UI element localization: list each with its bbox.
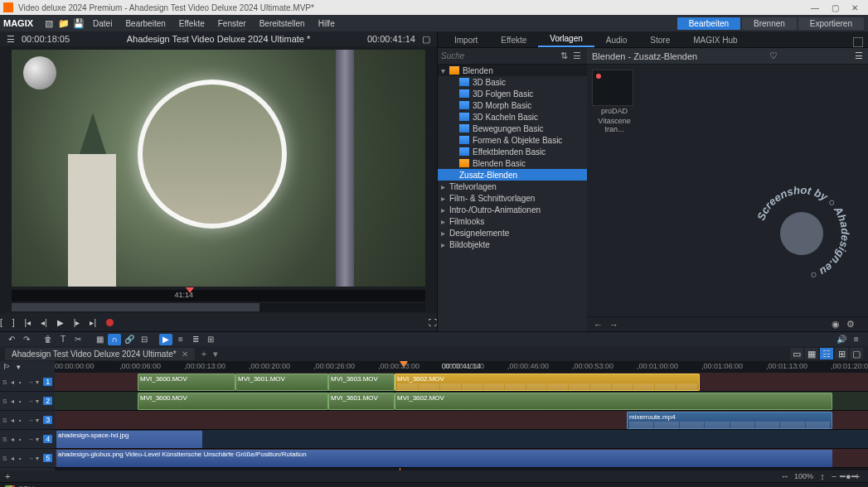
- settings-icon[interactable]: ⚙: [846, 319, 855, 330]
- track-row[interactable]: mixerroute.mp4: [55, 411, 868, 430]
- window-maximize-button[interactable]: ▢: [825, 3, 845, 12]
- solo-icon[interactable]: S: [2, 379, 10, 386]
- track-header[interactable]: S◂•→▾2: [0, 392, 55, 411]
- master-icon[interactable]: ≡: [850, 334, 863, 345]
- mute-icon[interactable]: ◂: [11, 417, 18, 424]
- cut-button[interactable]: ✂: [71, 334, 85, 345]
- tree-node[interactable]: 3D Morph Basic: [438, 99, 587, 111]
- group-button[interactable]: ▦: [93, 334, 106, 345]
- tab-add-button[interactable]: +: [201, 349, 206, 359]
- range-end-button[interactable]: ]: [12, 318, 15, 327]
- clip[interactable]: MVI_3603.MOV: [328, 374, 395, 391]
- preview-menu-icon[interactable]: ☰: [7, 34, 15, 45]
- filter-icon[interactable]: ☰: [570, 51, 584, 61]
- tab-close-icon[interactable]: ✕: [182, 350, 188, 359]
- prev-frame-button[interactable]: ◂|: [41, 318, 47, 327]
- fullscreen-icon[interactable]: ⛶: [429, 318, 437, 327]
- track-menu-icon[interactable]: ▾: [36, 436, 43, 443]
- solo-icon[interactable]: S: [2, 417, 10, 424]
- mode-export-button[interactable]: Exportieren: [798, 17, 864, 30]
- sort-icon[interactable]: ⇅: [557, 51, 570, 61]
- lock-icon[interactable]: •: [19, 417, 27, 424]
- track-header[interactable]: S◂•→▾4: [0, 430, 55, 449]
- clip[interactable]: MVI_3602.MOV: [395, 374, 700, 391]
- range-start-button[interactable]: [: [0, 318, 2, 327]
- zoom-fit-icon[interactable]: ↔: [779, 471, 791, 481]
- tree-node[interactable]: ▸Filmlooks: [438, 215, 587, 227]
- track-row[interactable]: ahadesign-globus.png Video-Level Künstle…: [55, 449, 868, 468]
- tree-node[interactable]: ▸Titelvorlagen: [438, 181, 587, 192]
- preview-toggle-icon[interactable]: ◉: [832, 319, 840, 330]
- nav-back-icon[interactable]: ←: [594, 320, 603, 330]
- tab-effekte[interactable]: Effekte: [489, 33, 538, 47]
- view-story-button[interactable]: ▦: [805, 348, 818, 359]
- zoom-slider[interactable]: ━●━: [840, 471, 851, 482]
- mode4-button[interactable]: ⊞: [204, 334, 217, 345]
- zoom-in-button[interactable]: +: [851, 471, 863, 481]
- tree-node[interactable]: Formen & Objekte Basic: [438, 134, 587, 146]
- marker-dropdown-icon[interactable]: ▾: [17, 363, 21, 371]
- tree-node[interactable]: ▸Film- & Schnittvorlagen: [438, 192, 587, 204]
- preview-hscroll[interactable]: [12, 303, 425, 311]
- clip[interactable]: ahadesign-space-hd.jpg: [56, 431, 202, 448]
- tab-dropdown-icon[interactable]: ▾: [213, 349, 218, 359]
- tree-node[interactable]: ▸Intro-/Outro-Animationen: [438, 204, 587, 215]
- fx-icon[interactable]: →: [27, 398, 35, 405]
- delete-button[interactable]: 🗑: [41, 334, 55, 345]
- track-menu-icon[interactable]: ▾: [36, 417, 43, 424]
- fx-icon[interactable]: →: [27, 455, 35, 462]
- menu-effekte[interactable]: Effekte: [172, 19, 211, 28]
- panel-popout-icon[interactable]: [853, 37, 863, 47]
- mouse-mode-button[interactable]: ▶: [159, 334, 172, 345]
- solo-icon[interactable]: S: [2, 455, 10, 462]
- template-thumb[interactable]: proDAD Vitascene tran...: [592, 70, 637, 134]
- fx-icon[interactable]: →: [27, 417, 35, 424]
- solo-icon[interactable]: S: [2, 436, 10, 443]
- menu-bereitstellen[interactable]: Bereitstellen: [253, 19, 312, 28]
- zoom-v-icon[interactable]: ↕: [817, 471, 828, 481]
- track-menu-icon[interactable]: ▾: [36, 379, 43, 386]
- tree-node[interactable]: 3D Basic: [438, 76, 587, 88]
- menu-datei[interactable]: Datei: [86, 19, 119, 28]
- view-multi-button[interactable]: ⊞: [835, 348, 848, 359]
- record-button[interactable]: [106, 319, 114, 326]
- tree-node[interactable]: Blenden Basic: [438, 157, 587, 169]
- undo-button[interactable]: ↶: [5, 334, 18, 345]
- track-row[interactable]: ahadesign-space-hd.jpg: [55, 430, 868, 449]
- window-close-button[interactable]: ✕: [845, 3, 865, 12]
- mute-icon[interactable]: ◂: [11, 379, 18, 386]
- mute-icon[interactable]: ◂: [11, 455, 18, 462]
- preview-expand-icon[interactable]: ▢: [422, 34, 430, 45]
- tab-audio[interactable]: Audio: [594, 33, 639, 47]
- tab-magixhub[interactable]: MAGIX Hub: [681, 33, 749, 47]
- magnet-button[interactable]: ∩: [108, 334, 121, 345]
- preview-viewport[interactable]: [12, 50, 425, 287]
- add-track-button[interactable]: +: [5, 471, 10, 481]
- tree-node[interactable]: ▸Designelemente: [438, 227, 587, 239]
- go-start-button[interactable]: |◂: [25, 318, 32, 327]
- view-popout-button[interactable]: ▢: [850, 348, 863, 359]
- track-header[interactable]: S◂•→▾5: [0, 449, 55, 468]
- clip[interactable]: ahadesign-globus.png Video-Level Künstle…: [56, 450, 832, 467]
- clip[interactable]: MVI_3602.MOV: [395, 393, 832, 410]
- window-minimize-button[interactable]: —: [805, 3, 825, 12]
- timeline-ruler[interactable]: 00:00:41:14 00:00:00:00,00:00:06:00,00:0…: [55, 361, 868, 373]
- lock-icon[interactable]: •: [19, 379, 27, 386]
- track-row[interactable]: MVI_3600.MOVMVI_3601.MOVMVI_3602.MOV: [55, 392, 868, 411]
- tab-vorlagen[interactable]: Vorlagen: [538, 31, 594, 47]
- ungroup-button[interactable]: ⊟: [138, 334, 151, 345]
- next-frame-button[interactable]: |▸: [74, 318, 80, 327]
- save-icon[interactable]: 💾: [71, 17, 86, 30]
- track-header[interactable]: S◂•→▾1: [0, 373, 55, 392]
- fx-icon[interactable]: →: [27, 436, 35, 443]
- track-menu-icon[interactable]: ▾: [36, 398, 43, 405]
- lock-icon[interactable]: •: [19, 455, 27, 462]
- tree-node[interactable]: 3D Folgen Basic: [438, 88, 587, 99]
- view-scene-button[interactable]: ▭: [790, 348, 803, 359]
- clip[interactable]: MVI_3600.MOV: [138, 374, 235, 391]
- mixer-icon[interactable]: 🔊: [835, 334, 848, 345]
- mode-burn-button[interactable]: Brennen: [742, 17, 797, 30]
- play-button[interactable]: ▶: [57, 318, 64, 327]
- lock-icon[interactable]: •: [19, 398, 27, 405]
- new-icon[interactable]: ▧: [41, 17, 56, 30]
